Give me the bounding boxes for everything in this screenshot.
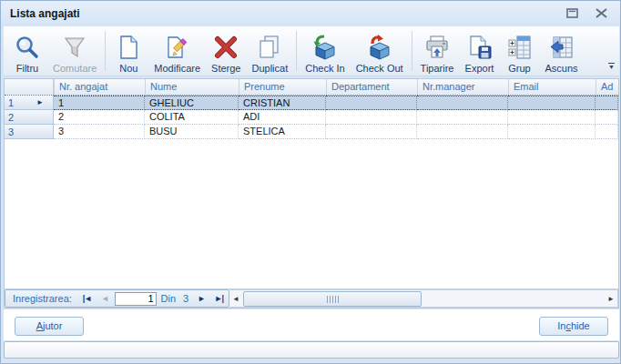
toolbar-button-filtru[interactable]: Filtru [7,27,47,75]
column-header-nr-manager[interactable]: Nr.manager [417,79,508,95]
toolbar-button-check-in[interactable]: Check In [300,27,350,75]
toolbar-button-grup[interactable]: Grup [500,27,540,75]
column-header-prenume[interactable]: Prenume [239,79,326,95]
restore-window-button[interactable] [565,6,580,20]
cell-nume[interactable]: GHELIUC [145,96,239,110]
cell-nume[interactable]: BUSU [145,125,239,139]
cell-adresa[interactable] [596,96,618,110]
cell-adresa[interactable] [596,125,618,139]
chevron-down-icon: ▼ [608,65,615,70]
close-window-button[interactable] [594,6,609,20]
toolbar-label: Sterge [211,63,240,74]
close-icon [596,8,607,18]
toolbar-label: Export [465,63,494,74]
close-dialog-button[interactable]: Inchide [539,317,608,336]
grid-header-row: Nr. angajat Nume Prenume Departament Nr.… [5,79,618,96]
window-lista-angajati: Lista angajati Filtru Comutare [0,0,621,364]
grid-row[interactable]: 3 3 BUSU STELICA [5,125,618,139]
record-count: 3 [183,293,188,304]
toolbar-button-export[interactable]: Export [460,27,500,75]
row-header[interactable]: 2 [5,110,54,125]
new-document-icon [114,33,143,62]
toolbar-label: Tiparire [421,63,454,74]
toolbar-button-nou[interactable]: Nou [108,27,148,75]
toolbar-label: Ascuns [545,63,578,74]
toolbar-label: Grup [508,63,530,74]
row-header[interactable]: 1 ► [5,96,54,110]
grid-row[interactable]: 2 2 COLITA ADI [5,110,618,125]
cell-nr-manager[interactable] [417,96,508,110]
duplicate-pages-icon [255,33,284,62]
delete-x-icon [211,33,240,62]
horizontal-scrollbar[interactable]: ◄ ► [229,289,618,308]
hidden-columns-icon [547,33,576,62]
cell-prenume[interactable]: STELICA [239,125,326,139]
next-record-button[interactable]: ► [193,294,209,303]
cell-prenume[interactable]: CRISTIAN [239,96,326,110]
toolbar-label: Check In [305,63,344,74]
toolbar-label: Check Out [356,63,403,74]
toolbar-button-duplicat[interactable]: Duplicat [246,27,293,75]
window-title: Lista angajati [10,7,80,20]
close-label-rest: hide [571,320,590,331]
toolbar-button-tiparire[interactable]: Tiparire [415,27,460,75]
check-out-box-icon [365,33,394,62]
previous-record-button[interactable]: ◄ [97,294,112,303]
status-bar [4,341,619,359]
funnel-icon [60,33,89,62]
cell-nr-angajat[interactable]: 3 [54,125,145,139]
toolbar-button-modificare[interactable]: Modificare [148,27,206,75]
cell-nr-manager[interactable] [417,110,508,125]
column-header-departament[interactable]: Departament [326,79,417,95]
cell-email[interactable] [508,125,596,139]
toolbar-label: Duplicat [251,63,288,74]
column-header-email[interactable]: Email [508,79,596,95]
group-table-icon [505,33,534,62]
help-button[interactable]: Ajutor [15,317,84,336]
cell-nume[interactable]: COLITA [145,110,239,125]
scrollbar-thumb[interactable] [243,291,422,307]
cell-nr-manager[interactable] [417,125,508,139]
toolbar-label: Comutare [53,63,97,74]
row-number: 2 [8,112,49,123]
toolbar-label: Filtru [16,63,38,74]
column-header-adresa[interactable]: Ad [596,79,618,95]
help-label-key: A [36,320,43,331]
toolbar-separator [296,31,297,71]
cell-departament[interactable] [326,96,417,110]
toolbar-label: Nou [119,63,137,74]
first-record-button[interactable]: |◄ [79,294,95,303]
grid-row[interactable]: 1 ► 1 GHELIUC CRISTIAN [5,96,618,110]
window-controls [565,6,609,20]
current-row-arrow-icon: ► [36,98,44,106]
record-number-input[interactable] [115,292,157,306]
toolbar-label: Modificare [154,63,200,74]
column-header-nume[interactable]: Nume [145,79,239,95]
toolbar-button-check-out[interactable]: Check Out [351,27,409,75]
toolbar: Filtru Comutare Nou Modificare Ste [4,26,619,76]
cell-prenume[interactable]: ADI [239,110,326,125]
scrollbar-grip-icon [327,296,339,303]
column-header-nr-angajat[interactable]: Nr. angajat [54,79,145,95]
row-header[interactable]: 3 [5,125,54,139]
cell-nr-angajat[interactable]: 2 [54,110,145,125]
cell-adresa[interactable] [596,110,618,125]
of-label: Din [161,293,177,304]
row-number: 3 [8,126,49,137]
grid-footer: Inregistrarea: |◄ ◄ Din 3 ► ►| ◄ ► [5,288,618,308]
toolbar-button-ascuns[interactable]: Ascuns [540,27,584,75]
cell-departament[interactable] [326,110,417,125]
scroll-left-button[interactable]: ◄ [229,290,242,307]
cell-departament[interactable] [326,125,417,139]
toolbar-overflow-button[interactable]: ▼ [606,60,617,73]
cell-email[interactable] [508,110,596,125]
cell-nr-angajat[interactable]: 1 [54,96,145,110]
scroll-right-button[interactable]: ► [605,290,617,307]
help-label-rest: jutor [43,320,62,331]
last-record-button[interactable]: ►| [211,294,227,303]
toolbar-button-comutare[interactable]: Comutare [47,27,102,75]
cell-email[interactable] [508,96,596,110]
toolbar-button-sterge[interactable]: Sterge [206,27,246,75]
export-save-icon [465,33,494,62]
titlebar: Lista angajati [1,1,620,25]
